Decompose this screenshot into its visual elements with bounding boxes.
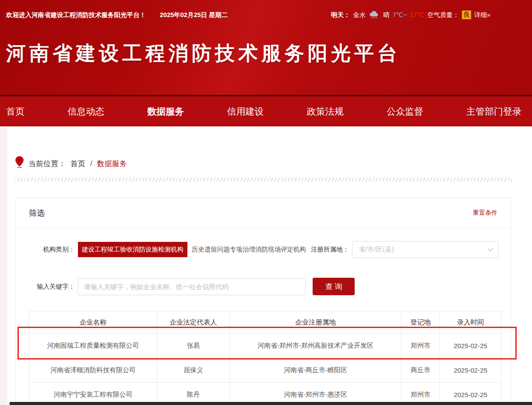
column-header: 企业法定代表人 xyxy=(157,311,230,334)
main-nav: 首页信息动态数据服务信用建设政策法规公众监督主管部门登录 xyxy=(0,95,532,126)
column-header: 企业注册属地 xyxy=(230,311,402,334)
weather-condition: 晴 xyxy=(383,11,390,19)
breadcrumb: 当前位置： 首页 / 数据服务 xyxy=(15,157,517,170)
region-select[interactable]: 省/市/区(县) xyxy=(352,241,499,258)
region-select-placeholder: 省/市/区(县) xyxy=(359,245,394,254)
table-cell: 张易 xyxy=(157,334,230,358)
nav-item[interactable]: 政策法规 xyxy=(307,105,344,118)
cloud-icon xyxy=(369,10,380,19)
table-cell: 郑州市 xyxy=(402,334,440,358)
table-cell: 2025-02-25 xyxy=(440,334,501,358)
category-row: 机构类别： 建设工程竣工验收消防设施检测机构历史遗留问题专项治理消防现场评定机构… xyxy=(16,241,511,258)
table-cell: 河南省-郑州市-郑州高新技术产业开发区 xyxy=(230,334,402,358)
search-button[interactable]: 查 询 xyxy=(313,278,355,295)
breadcrumb-separator: / xyxy=(90,159,92,168)
keyword-input[interactable] xyxy=(78,278,306,295)
topbar: 欢迎进入河南省建设工程消防技术服务阳光平台！ 2025年02月25日 星期二 明… xyxy=(0,0,532,19)
page-title: 河南省建设工程消防技术服务阳光平台 xyxy=(6,40,532,66)
table-cell: 2025-02-25 xyxy=(440,358,501,383)
table-header-row: 企业名称企业法定代表人企业注册属地登记地录入时间 xyxy=(29,311,501,334)
welcome-text: 欢迎进入河南省建设工程消防技术服务阳光平台！ xyxy=(6,11,146,19)
date-text: 2025年02月25日 星期二 xyxy=(160,11,228,19)
table-cell: 商丘市 xyxy=(402,358,440,383)
keyword-label: 输入关键字： xyxy=(28,283,75,291)
hatched-divider xyxy=(15,178,512,182)
category-option-selected[interactable]: 建设工程竣工验收消防设施检测机构 xyxy=(78,242,187,257)
nav-item[interactable]: 主管部门登录 xyxy=(466,105,521,118)
region-label: 注册所属地： xyxy=(311,245,349,254)
air-quality-label: 空气质量： xyxy=(427,11,459,19)
table-cell: 屈保义 xyxy=(157,358,230,383)
region-group: 注册所属地： 省/市/区(县) xyxy=(311,241,499,258)
filter-panel: 筛选 重置条件 机构类别： 建设工程竣工验收消防设施检测机构历史遗留问题专项治理… xyxy=(15,198,511,405)
column-header: 录入时间 xyxy=(440,311,501,334)
tomorrow-label: 明天： xyxy=(331,11,350,19)
bottom-edge-bar xyxy=(10,402,532,405)
category-option[interactable]: 历史遗留问题专项治理消防现场评定机构 xyxy=(192,245,306,254)
temp-low: 7℃~ xyxy=(393,11,407,18)
breadcrumb-current[interactable]: 数据服务 xyxy=(97,159,127,169)
column-header: 企业名称 xyxy=(29,311,157,334)
table-cell: 河南固瑞工程质量检测有限公司 xyxy=(29,334,157,358)
nav-item[interactable]: 信用建设 xyxy=(227,105,264,118)
filter-panel-header: 筛选 重置条件 xyxy=(16,198,511,228)
weather-widget: 明天： 金水 晴 7℃~ 17℃ 空气质量： 良 详细» xyxy=(331,10,490,19)
chevron-down-icon xyxy=(487,248,493,251)
site-header: 欢迎进入河南省建设工程消防技术服务阳光平台！ 2025年02月25日 星期二 明… xyxy=(0,0,532,95)
category-options: 建设工程竣工验收消防设施检测机构历史遗留问题专项治理消防现场评定机构 xyxy=(78,242,306,257)
table-row: 河南省泽顺消防科技有限公司屈保义河南省-商丘市-睢阳区商丘市2025-02-25 xyxy=(29,358,501,383)
table-cell: 河南省-商丘市-睢阳区 xyxy=(230,358,402,383)
table-body: 河南固瑞工程质量检测有限公司张易河南省-郑州市-郑州高新技术产业开发区郑州市20… xyxy=(29,334,501,405)
table-row: 河南固瑞工程质量检测有限公司张易河南省-郑州市-郑州高新技术产业开发区郑州市20… xyxy=(29,334,501,358)
table-cell: 河南省泽顺消防科技有限公司 xyxy=(29,358,157,383)
weather-district: 金水 xyxy=(353,11,366,19)
reset-filters-link[interactable]: 重置条件 xyxy=(473,209,497,217)
category-label: 机构类别： xyxy=(28,245,75,254)
content-area: 当前位置： 首页 / 数据服务 筛选 重置条件 机构类别： 建设工程竣工验收消防… xyxy=(0,157,532,405)
breadcrumb-home-link[interactable]: 首页 xyxy=(70,159,85,169)
nav-item[interactable]: 信息动态 xyxy=(67,105,104,118)
nav-item[interactable]: 首页 xyxy=(6,105,25,118)
nav-item[interactable]: 公众监督 xyxy=(387,105,423,118)
air-quality-badge: 良 xyxy=(462,10,471,19)
breadcrumb-label: 当前位置： xyxy=(28,159,66,169)
page-left-margin xyxy=(0,128,7,405)
temp-high: 17℃ xyxy=(410,11,424,18)
keyword-row: 输入关键字： 查 询 xyxy=(16,278,511,295)
nav-item[interactable]: 数据服务 xyxy=(147,105,184,118)
filter-title: 筛选 xyxy=(29,208,45,218)
location-pin-icon xyxy=(15,156,24,170)
results-table: 企业名称企业法定代表人企业注册属地登记地录入时间 河南固瑞工程质量检测有限公司张… xyxy=(29,311,501,405)
weather-detail-link[interactable]: 详细» xyxy=(474,11,490,19)
column-header: 登记地 xyxy=(402,311,440,334)
